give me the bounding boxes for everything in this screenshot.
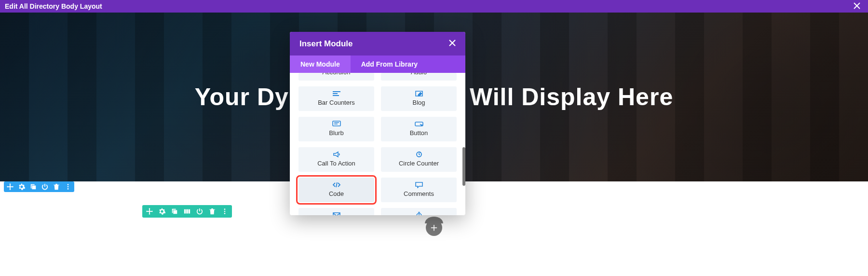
move-icon[interactable]	[146, 208, 153, 215]
duplicate-icon[interactable]	[30, 183, 37, 190]
more-icon[interactable]	[65, 183, 71, 190]
section-toolbar	[4, 181, 74, 192]
add-section-button[interactable]	[426, 220, 442, 236]
page-top-bar: Edit All Directory Body Layout	[0, 0, 868, 13]
contact-form-icon	[332, 212, 341, 215]
modal-tabs: New Module Add From Library	[290, 55, 465, 73]
svg-point-5	[224, 213, 226, 214]
button-icon	[415, 121, 423, 127]
module-label: Call To Action	[317, 160, 355, 167]
modal-body: Accordion Audio Bar Counters Blog Blurb	[290, 73, 465, 215]
module-card-circle-counter[interactable]: Circle Counter	[381, 147, 457, 172]
svg-rect-6	[333, 121, 340, 126]
blog-icon	[415, 90, 423, 97]
close-icon[interactable]	[851, 1, 863, 12]
duplicate-icon[interactable]	[171, 208, 178, 215]
module-card-comments[interactable]: Comments	[381, 178, 457, 202]
module-card-blurb[interactable]: Blurb	[298, 117, 374, 141]
svg-point-0	[68, 184, 69, 185]
module-card-countdown-timer[interactable]	[381, 208, 457, 215]
svg-point-4	[224, 211, 226, 212]
bar-counters-icon	[332, 90, 341, 97]
module-label: Comments	[404, 190, 434, 197]
row-toolbar	[142, 205, 232, 218]
gear-icon[interactable]	[159, 208, 165, 215]
tab-add-from-library[interactable]: Add From Library	[351, 55, 428, 73]
scrollbar-thumb[interactable]	[462, 147, 465, 186]
module-card-call-to-action[interactable]: Call To Action	[298, 147, 374, 172]
insert-module-modal: Insert Module New Module Add From Librar…	[290, 32, 465, 215]
columns-icon[interactable]	[184, 208, 190, 215]
svg-point-2	[68, 188, 69, 190]
modal-title: Insert Module	[299, 39, 353, 49]
svg-point-1	[68, 186, 69, 188]
module-label: Circle Counter	[399, 160, 439, 167]
code-icon	[332, 181, 341, 188]
modal-header: Insert Module	[290, 32, 465, 55]
module-label: Blurb	[329, 129, 343, 137]
svg-point-3	[224, 208, 226, 210]
module-card-accordion[interactable]: Accordion	[298, 73, 374, 81]
call-to-action-icon	[332, 151, 341, 158]
module-card-button[interactable]: Button	[381, 117, 457, 141]
countdown-timer-icon	[415, 212, 423, 215]
power-icon[interactable]	[41, 183, 48, 190]
comments-icon	[415, 181, 423, 188]
module-label: Blog	[412, 99, 425, 106]
more-icon[interactable]	[221, 208, 228, 215]
trash-icon[interactable]	[209, 208, 216, 215]
gear-icon[interactable]	[18, 183, 25, 190]
module-label: Button	[410, 129, 428, 137]
tab-new-module[interactable]: New Module	[290, 55, 351, 73]
move-icon[interactable]	[7, 183, 14, 190]
power-icon[interactable]	[196, 208, 203, 215]
trash-icon[interactable]	[53, 183, 60, 190]
module-card-audio[interactable]: Audio	[381, 73, 457, 81]
module-label: Code	[329, 190, 344, 197]
module-card-bar-counters[interactable]: Bar Counters	[298, 86, 374, 111]
circle-counter-icon	[415, 151, 423, 158]
module-card-contact-form[interactable]	[298, 208, 374, 215]
page-title: Edit All Directory Body Layout	[5, 2, 102, 10]
close-icon[interactable]	[449, 39, 456, 49]
module-label: Bar Counters	[318, 99, 355, 106]
module-card-blog[interactable]: Blog	[381, 86, 457, 111]
blurb-icon	[332, 121, 341, 127]
module-card-code[interactable]: Code	[298, 178, 374, 202]
module-label: Audio	[411, 73, 427, 76]
module-label: Accordion	[323, 73, 351, 76]
